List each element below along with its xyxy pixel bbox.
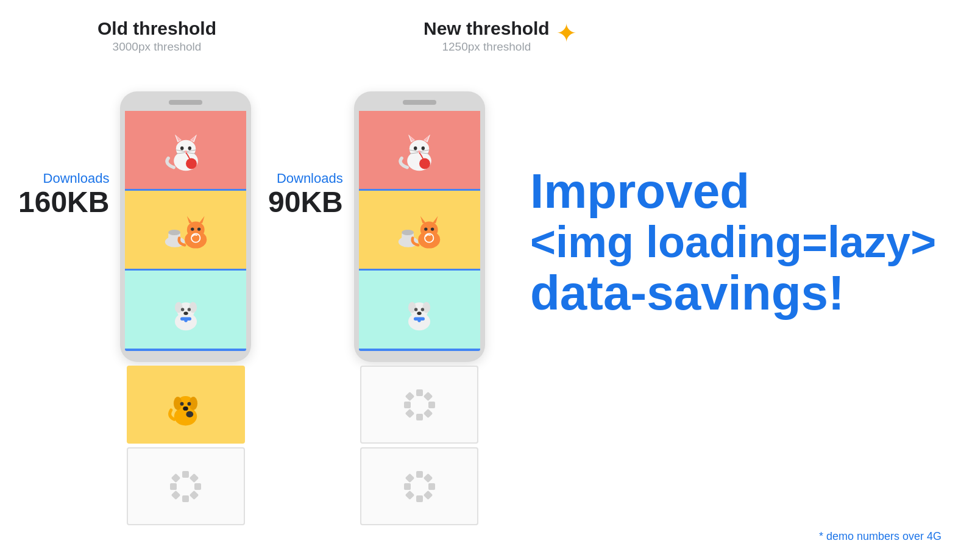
svg-point-55 (414, 146, 417, 150)
svg-rect-45 (182, 495, 189, 502)
svg-point-18 (187, 222, 205, 238)
dog-icon (158, 282, 213, 337)
left-phone-section: Downloads 160KB (18, 91, 251, 525)
svg-point-1 (176, 140, 196, 158)
left-phone-and-below (120, 91, 251, 525)
old-threshold-title: Old threshold (98, 18, 216, 39)
svg-point-50 (410, 140, 429, 158)
svg-point-7 (188, 146, 191, 150)
right-phone-and-below (354, 91, 485, 525)
right-phone-notch (403, 100, 436, 105)
svg-rect-44 (190, 490, 199, 500)
svg-rect-82 (416, 389, 423, 396)
left-loading-slot (127, 447, 245, 525)
svg-point-70 (424, 227, 427, 230)
svg-point-28 (181, 308, 184, 311)
svg-point-38 (188, 402, 191, 405)
svg-point-27 (189, 302, 197, 313)
svg-point-56 (422, 146, 425, 150)
svg-marker-20 (199, 216, 205, 224)
svg-point-40 (186, 411, 194, 417)
svg-rect-41 (182, 471, 189, 478)
svg-rect-94 (416, 495, 423, 502)
svg-point-32 (184, 319, 187, 322)
svg-point-37 (180, 402, 184, 405)
improved-line2: <img loading=lazy> (530, 218, 951, 266)
svg-point-30 (183, 312, 188, 315)
svg-point-21 (191, 227, 194, 230)
svg-rect-91 (423, 473, 433, 483)
svg-rect-93 (423, 490, 433, 500)
svg-point-26 (175, 302, 183, 313)
yellow-dog-icon (160, 379, 211, 431)
phone-img-1 (125, 111, 246, 189)
right-phone-img-1 (359, 111, 480, 189)
svg-rect-90 (416, 471, 423, 478)
right-loading-slot-2 (360, 447, 478, 525)
svg-marker-69 (433, 216, 438, 224)
svg-point-67 (420, 222, 438, 238)
new-threshold-title: New threshold (424, 18, 550, 39)
svg-rect-89 (405, 391, 414, 401)
right-loading-slot-1 (360, 366, 478, 444)
old-threshold-subtitle: 3000px threshold (98, 40, 216, 54)
svg-point-76 (423, 302, 431, 313)
phone-img-2 (125, 191, 246, 269)
cat-icon (158, 122, 213, 177)
left-downloads-size: 160KB (18, 186, 109, 219)
svg-point-75 (408, 302, 416, 313)
left-downloads-text: Downloads (43, 171, 110, 186)
sparkle-icon: ✦ (556, 18, 577, 48)
svg-point-39 (183, 406, 189, 411)
svg-marker-19 (187, 216, 193, 224)
old-threshold-header: Old threshold 3000px threshold (98, 18, 216, 54)
svg-rect-97 (405, 473, 414, 483)
spinner-icon-2 (403, 388, 436, 422)
svg-rect-42 (190, 473, 199, 483)
left-below-img-1 (127, 366, 245, 444)
right-phone-img-2 (359, 191, 480, 269)
spinner-icon-3 (403, 470, 436, 503)
svg-rect-86 (416, 414, 423, 420)
right-phone (354, 91, 485, 362)
right-downloads-label: Downloads 90KB (268, 171, 343, 219)
svg-point-29 (188, 308, 191, 311)
phone-img-3 (125, 271, 246, 349)
svg-point-77 (414, 308, 417, 311)
right-phone-section: Downloads 90KB (268, 91, 485, 525)
message-section: Improved <img loading=lazy> data-savings… (530, 165, 951, 320)
svg-rect-96 (404, 483, 411, 490)
new-threshold-subtitle: 1250px threshold (424, 40, 550, 54)
svg-rect-43 (194, 483, 201, 490)
right-phone-img-3 (359, 271, 480, 349)
svg-point-81 (418, 319, 421, 322)
phone-notch (169, 100, 202, 105)
svg-rect-92 (428, 483, 435, 490)
svg-point-79 (417, 312, 422, 315)
spinner-icon (169, 470, 202, 503)
orange-cat-icon (158, 202, 213, 257)
svg-point-65 (402, 230, 414, 235)
svg-point-22 (197, 227, 200, 230)
footer-note: * demo numbers over 4G (819, 530, 941, 543)
svg-rect-87 (405, 408, 414, 418)
svg-rect-46 (171, 490, 181, 500)
svg-point-71 (431, 227, 434, 230)
svg-point-78 (421, 308, 424, 311)
svg-point-6 (180, 146, 183, 150)
svg-point-16 (168, 230, 180, 235)
svg-rect-84 (428, 402, 435, 408)
svg-rect-48 (171, 473, 181, 483)
left-downloads-label: Downloads 160KB (18, 171, 109, 219)
svg-rect-95 (405, 490, 414, 500)
svg-rect-85 (423, 408, 433, 418)
right-downloads-text: Downloads (277, 171, 343, 186)
improved-line3: data-savings! (530, 266, 951, 320)
left-phone (120, 91, 251, 362)
svg-rect-47 (170, 483, 177, 490)
svg-marker-68 (420, 216, 426, 224)
new-threshold-header: New threshold 1250px threshold ✦ (424, 18, 577, 54)
svg-rect-83 (423, 391, 433, 401)
right-downloads-size: 90KB (268, 186, 343, 219)
svg-rect-88 (404, 402, 411, 408)
